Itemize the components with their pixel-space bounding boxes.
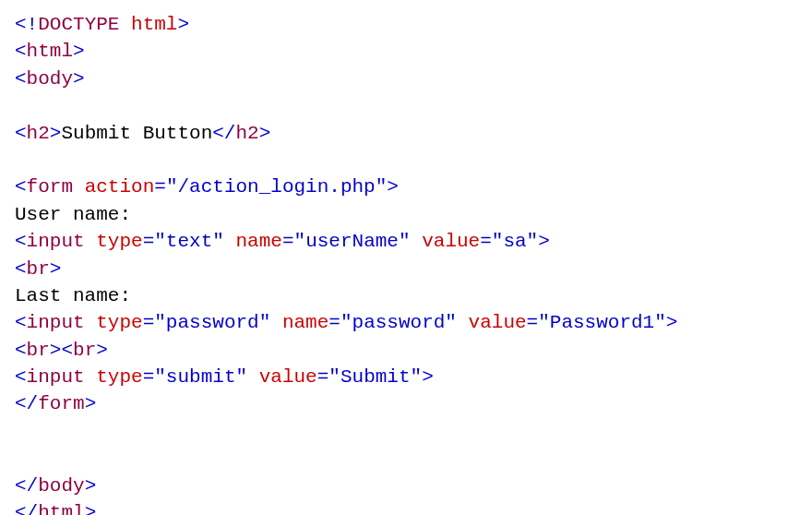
form-action-attr: action <box>85 176 155 198</box>
input-submit-tag: input <box>27 366 85 388</box>
username-type-value: "text" <box>154 231 224 252</box>
username-value-value: "sa" <box>492 231 538 252</box>
lastname-label: Last name: <box>15 285 131 306</box>
input-username-tag: input <box>27 231 85 252</box>
br-tag-2: br <box>27 340 50 361</box>
form-close-tag: form <box>38 393 84 414</box>
doctype-root: html <box>131 14 177 35</box>
h2-text: Submit Button <box>61 123 212 144</box>
form-action-value: "/action_login.php" <box>166 176 387 198</box>
submit-type-attr: type <box>96 366 142 388</box>
doctype-decl: DOCTYPE <box>38 14 119 35</box>
password-name-attr: name <box>282 312 328 333</box>
br-tag-1: br <box>27 258 50 280</box>
password-type-attr: type <box>96 312 142 333</box>
username-value-attr: value <box>422 231 480 252</box>
html-close-tag: html <box>38 502 84 515</box>
body-open-tag: body <box>27 68 73 90</box>
input-password-tag: input <box>27 312 85 333</box>
username-name-attr: name <box>236 231 282 252</box>
password-value-value: "Password1" <box>538 312 666 333</box>
h2-close-tag: h2 <box>235 123 258 144</box>
password-name-value: "password" <box>340 312 457 333</box>
form-open-tag: form <box>27 176 73 198</box>
h2-open-tag: h2 <box>27 123 50 144</box>
submit-value-attr: value <box>259 366 317 388</box>
username-type-attr: type <box>96 231 142 252</box>
username-name-value: "userName" <box>294 231 411 252</box>
code-block: <!DOCTYPE html> <html> <body> <h2>Submit… <box>15 11 797 515</box>
password-value-attr: value <box>469 312 527 333</box>
submit-value-value: "Submit" <box>328 366 422 388</box>
username-label: User name: <box>15 204 131 225</box>
submit-type-value: "submit" <box>154 366 247 388</box>
br-tag-3: br <box>73 340 96 361</box>
html-open-tag: html <box>27 41 73 62</box>
body-close-tag: body <box>38 475 84 497</box>
password-type-value: "password" <box>154 312 270 333</box>
